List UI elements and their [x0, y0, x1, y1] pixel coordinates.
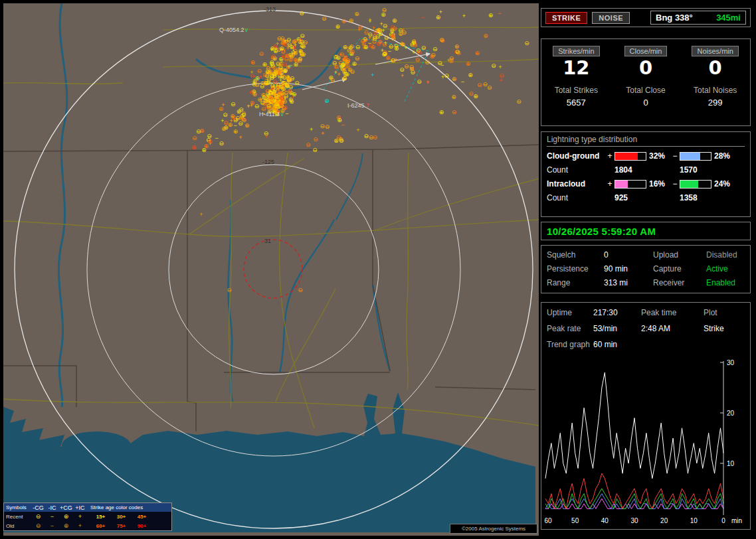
strike-symbol: ⊕	[262, 61, 268, 68]
status-label: Peak rate	[547, 324, 593, 333]
strike-legend: Symbols-CG-IC+CG+ICStrike age color code…	[3, 502, 172, 531]
strike-mode-button[interactable]: STRIKE	[545, 12, 587, 24]
legend-symbol: +	[73, 522, 87, 529]
strike-symbol: ⊖	[401, 29, 407, 36]
setting-value: 313 mi	[604, 278, 653, 287]
strike-symbol: ⊖	[487, 84, 492, 91]
legend-row: Old⊖−⊕+60+75+90+	[4, 521, 171, 530]
setting-label: Range	[547, 278, 604, 287]
strike-symbol: ⊖	[421, 44, 426, 51]
negative-percentage-bar	[680, 180, 711, 189]
strike-symbol: ⊖	[219, 140, 224, 147]
trend-series-ic-neg	[545, 494, 723, 509]
state-borders	[3, 145, 539, 431]
minus-sign: −	[670, 179, 680, 189]
strike-symbol: ⊕	[483, 33, 488, 39]
strike-symbol: +	[288, 63, 292, 70]
storm-cell-label: I-6245.7	[347, 102, 369, 109]
negative-percentage-bar	[680, 152, 711, 161]
strike-symbol: ⊖	[382, 7, 387, 13]
strike-symbol: +	[356, 127, 359, 133]
distribution-title: Lightning type distribution	[547, 135, 745, 147]
legend-header-ages: Strike age color codes	[87, 504, 171, 510]
strike-symbol: ⊕	[252, 78, 257, 85]
status-value: 53/min	[593, 324, 641, 333]
strike-symbol: −	[287, 75, 290, 82]
strike-symbol: +	[383, 40, 387, 46]
legend-symbol: −	[45, 513, 59, 520]
strike-symbol: +	[321, 130, 324, 137]
strike-symbol: ⊕	[349, 17, 354, 24]
bar-fill	[615, 153, 638, 160]
strike-symbol: ⊖	[272, 78, 277, 85]
bar-fill	[680, 181, 698, 188]
strike-symbol: ⊖	[227, 287, 232, 293]
count-label: Count	[547, 193, 605, 202]
strike-symbol: +	[357, 27, 361, 33]
strike-symbol: ⊕	[466, 60, 471, 67]
status-cell	[704, 340, 745, 349]
rate-label-button[interactable]: Strikes/min	[553, 46, 599, 56]
strike-symbol: ⊖	[322, 15, 327, 22]
rate-label-button[interactable]: Close/min	[624, 46, 668, 56]
strike-symbol: ⊕	[278, 61, 283, 68]
strike-symbol: +	[274, 98, 277, 104]
legend-symbol: ⊕	[59, 522, 73, 529]
strike-symbol: ⊖	[364, 133, 369, 139]
rate-label-button[interactable]: Noises/min	[692, 46, 738, 56]
strike-symbol: ⊖	[299, 10, 304, 17]
strike-symbol: +	[401, 72, 404, 79]
strike-symbol: ⊖	[231, 101, 236, 108]
plus-sign: +	[605, 179, 614, 189]
strike-symbol: ⊖	[394, 42, 399, 49]
legend-symbol: ⊖	[31, 522, 45, 529]
strike-symbol: ⊖	[207, 138, 213, 145]
strike-symbol: ⊖	[286, 37, 292, 43]
strike-symbol: +	[250, 69, 253, 76]
strike-symbol: ⊖	[330, 77, 335, 84]
mode-toolbar: STRIKE NOISE Bng 338° 345mi	[541, 8, 751, 27]
strike-symbol: ⊖	[294, 80, 300, 86]
strike-symbol: ⊖	[455, 48, 460, 55]
strike-symbol: +	[394, 56, 397, 63]
strike-symbol: ⊖	[233, 128, 238, 135]
strike-symbol: ⊖	[444, 72, 449, 79]
legend-symbol: ⊕	[59, 513, 73, 520]
strike-symbol: ⊖	[415, 56, 421, 63]
total-label: Total Close	[611, 86, 681, 95]
squelch-ring	[244, 240, 302, 298]
strike-symbol: −	[215, 135, 218, 141]
strike-symbol: +	[258, 74, 262, 80]
strike-symbol: +	[199, 211, 203, 218]
strike-symbol: ⊖	[259, 50, 264, 57]
noise-mode-button[interactable]: NOISE	[592, 12, 630, 24]
lightning-map[interactable]: +⊕⊖⊕⊖⊖+⊖+−⊖⊖⊖⊕⊖⊕⊕⊕−⊖⊕+⊕⊖⊕⊕⊕⊕⊕⊖+⊖+⊖−+−⊖⊖⊕…	[3, 3, 539, 536]
strike-symbol: ⊕	[452, 76, 457, 82]
negative-percentage: 28%	[711, 151, 738, 161]
strike-symbol: ⊕	[335, 23, 340, 30]
ring-labels: -313-12531	[262, 6, 276, 244]
setting-label: Capture	[653, 264, 706, 273]
legend-symbol: ⊖	[31, 513, 45, 520]
setting-value: Disabled	[706, 250, 745, 260]
strike-symbol: ⊖	[452, 109, 457, 116]
legend-age-code: 30+	[111, 514, 132, 520]
setting-value: Enabled	[706, 278, 745, 287]
distribution-count-row: Count18041570	[547, 165, 745, 175]
legend-age-code: 90+	[132, 523, 152, 529]
strike-symbol: +	[412, 49, 415, 56]
minus-sign: −	[670, 151, 680, 161]
map-canvas: +⊕⊖⊕⊖⊖+⊖+−⊖⊖⊖⊕⊖⊕⊕⊕−⊖⊕+⊕⊖⊕⊕⊕⊕⊕⊖+⊖+⊖−+−⊖⊖⊕…	[3, 3, 539, 536]
bearing-range-display[interactable]: Bng 338° 345mi	[650, 11, 746, 25]
strike-symbol: ⊕	[284, 52, 290, 59]
strike-symbol: ⊖	[280, 84, 285, 91]
strike-symbol: ⊖	[437, 60, 442, 66]
range-ring-label: -313	[264, 6, 276, 13]
status-cell: Strike	[704, 324, 745, 333]
strike-symbol: ⊕	[250, 59, 256, 66]
strike-symbol: +	[310, 126, 313, 133]
rate-value: 0	[680, 56, 750, 80]
strike-symbol: ⊕	[277, 69, 282, 76]
strike-symbol: +	[264, 133, 268, 140]
x-tick-label: 20	[660, 517, 668, 524]
